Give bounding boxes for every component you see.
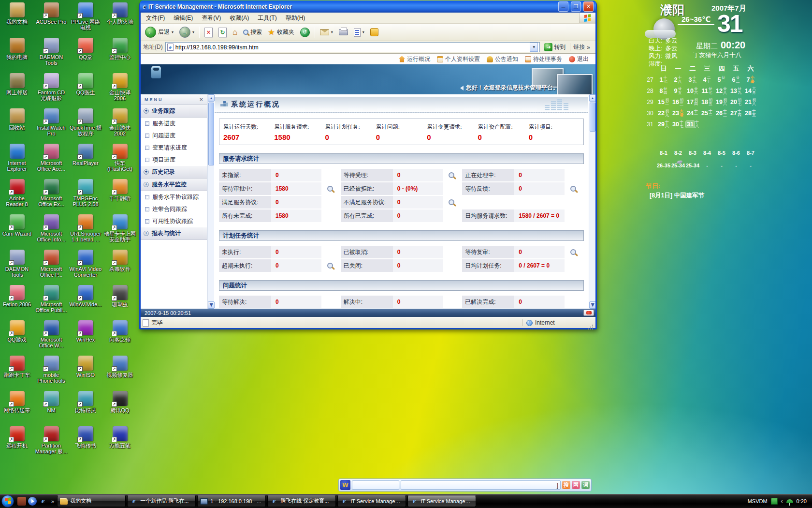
address-dropdown-button[interactable]: ▼ — [530, 43, 538, 52]
taskbar-task[interactable]: 1 - 192.168.0.198 - ... — [197, 495, 266, 507]
page-scrollbar[interactable]: ▲ ▼ — [589, 94, 595, 309]
go-button[interactable]: ➜ 转到 — [542, 43, 567, 51]
mail-button[interactable]: ▾ — [318, 25, 335, 40]
magnifier-icon[interactable] — [327, 263, 333, 269]
menu-1[interactable]: 编辑(E) — [169, 13, 197, 24]
desktop-icon[interactable]: ↗Microsoft Office W... — [34, 319, 68, 355]
mail-caret-icon[interactable]: ▾ — [331, 30, 333, 34]
menu-item[interactable]: 可用性协议跟踪 — [141, 215, 207, 227]
calendar-day[interactable]: 27十四 — [729, 109, 743, 117]
desktop-icon[interactable]: ↗ACDSee Pro — [34, 1, 68, 37]
desktop-icon[interactable]: ↗杀毒软件 — [103, 249, 137, 284]
desktop-icon[interactable]: ↗金山快译 2006 — [103, 72, 137, 107]
desktop-icon[interactable]: ↗腾讯QQ — [103, 390, 137, 425]
topnav-item[interactable]: 待处理事务 — [525, 55, 562, 63]
calendar-day[interactable]: 16初三 — [671, 98, 685, 106]
menu-close-icon[interactable]: × — [199, 96, 203, 103]
menu-scrollbar[interactable]: ▲ ▼ — [207, 94, 214, 309]
msvdm-label[interactable]: MSVDM — [748, 498, 768, 504]
taskbar-task[interactable]: eIT Service Manageme... — [337, 495, 406, 507]
taskbar-task[interactable]: eIT Service Manageme... — [407, 495, 476, 507]
topnav-item[interactable]: 个人资料设置 — [437, 55, 480, 63]
calendar-day[interactable]: 21初八 — [743, 98, 758, 106]
desktop-icon[interactable]: ↗WinAVI Video Converter — [69, 249, 102, 284]
forward-caret-icon[interactable]: ▾ — [192, 30, 194, 34]
topnav-item[interactable]: 运行概况 — [399, 55, 430, 63]
desktop-icon[interactable]: ↗InstallWatch Pro — [34, 107, 68, 143]
desktop-icon[interactable]: ↗Fantom CD 光碟魅影 — [34, 72, 68, 107]
maximize-button[interactable]: ❐ — [571, 1, 581, 12]
calendar-day[interactable]: 11廿七 — [700, 87, 714, 95]
status-button[interactable] — [583, 310, 594, 316]
calendar-day[interactable]: 29十六 — [656, 120, 671, 128]
history-button[interactable]: ↺ — [298, 25, 312, 40]
calendar-day[interactable]: 12廿八 — [714, 87, 729, 95]
calendar-day[interactable]: 31十八 — [685, 120, 700, 128]
desktop-icon[interactable]: ↗QQ医生 — [69, 72, 102, 107]
desktop-icon[interactable]: Internet Explorer — [0, 143, 34, 178]
desktop-icon[interactable]: ↗Partition Manager 服... — [34, 425, 68, 461]
menu-0[interactable]: 文件(F) — [142, 13, 169, 24]
desktop-icon[interactable]: ↗Microsoft Office Info... — [34, 213, 68, 249]
calendar-day[interactable]: 18初五 — [700, 98, 714, 106]
calendar-day[interactable]: 14六月 — [743, 87, 758, 95]
desktop-icon[interactable]: ↗QuickTime 播放程序 — [69, 107, 102, 143]
ime-button-搜[interactable]: 搜 — [562, 481, 570, 489]
calendar-day[interactable]: 22初九 — [656, 109, 671, 117]
print-button[interactable] — [336, 25, 350, 40]
menu-group-header[interactable]: +业务跟踪 — [141, 105, 207, 118]
forward-button[interactable]: → ▾ — [177, 25, 197, 40]
desktop-icon[interactable]: ↗DAEMON Tools — [0, 249, 34, 284]
desktop-icon[interactable]: ↗视频修复器 — [103, 355, 137, 390]
window-titlebar[interactable]: e IT Service Management - Microsoft Inte… — [140, 0, 596, 13]
start-button[interactable] — [1, 495, 14, 508]
calendar-day[interactable]: 28十五 — [743, 109, 758, 117]
ime-bar[interactable]: W ] 搜网词 — [338, 478, 592, 492]
calendar-day[interactable]: 10廿六 — [685, 87, 700, 95]
messenger-button[interactable] — [368, 25, 381, 40]
calendar-day[interactable]: 1十七 — [656, 76, 671, 84]
menu-5[interactable]: 帮助(H) — [281, 13, 310, 24]
close-button[interactable]: ✕ — [583, 1, 594, 12]
desktop-icon[interactable]: ↗DAEMON Tools — [34, 37, 68, 72]
scroll-down-icon[interactable]: ▼ — [589, 301, 595, 309]
menu-group-header[interactable]: +历史记录 — [141, 166, 207, 179]
desktop-icon[interactable]: 我的电脑 — [0, 37, 34, 72]
desktop-icon[interactable]: ↗mobile PhoneTools — [34, 355, 68, 390]
topnav-item[interactable]: 公告通知 — [487, 55, 518, 63]
calendar-day[interactable]: 5廿一 — [714, 76, 729, 84]
wubi-ime-icon[interactable]: W — [340, 480, 350, 490]
minimize-button[interactable]: ─ — [558, 1, 568, 12]
menu-item[interactable]: 问题进度 — [141, 130, 207, 142]
desktop-icon[interactable]: ↗TMPGEnc PLUS 2.58 — [69, 178, 102, 213]
calendar-day[interactable]: 25十二 — [700, 109, 714, 117]
calendar-day[interactable]: 15初二 — [656, 98, 671, 106]
calendar-day[interactable]: 2十八 — [671, 76, 685, 84]
menu-4[interactable]: 工具(T) — [253, 13, 281, 24]
desktop-icon[interactable]: ↗个人防火墙 — [103, 1, 137, 37]
quicklaunch-chevron-icon[interactable]: » — [51, 498, 54, 504]
magnifier-icon[interactable] — [449, 172, 454, 178]
menu-item[interactable]: 服务进度 — [141, 118, 207, 130]
desktop-icon[interactable]: ↗远程开机 — [0, 425, 34, 461]
desktop-icon[interactable]: ↗监控中心 — [103, 37, 137, 72]
desktop-icon[interactable]: 回收站 — [0, 107, 34, 143]
desktop-icon[interactable]: ↗Microsoft Office Acc... — [34, 143, 68, 178]
calendar-day[interactable]: 30十七 — [671, 120, 685, 128]
desktop-icon[interactable]: ↗URLSnooper 1.1 beta1 ... — [69, 213, 102, 249]
magnifier-icon[interactable] — [570, 186, 576, 192]
back-caret-icon[interactable]: ▾ — [172, 30, 174, 34]
menu-item[interactable]: 服务水平协议跟踪 — [141, 191, 207, 203]
magnifier-icon[interactable] — [327, 186, 333, 192]
desktop-icon[interactable]: ↗比特精灵 — [69, 390, 102, 425]
calendar-day[interactable]: 6廿二 — [729, 76, 743, 84]
desktop-icon[interactable]: ↗NM — [34, 390, 68, 425]
desktop-icon[interactable]: ↗珊瑚虫 — [103, 284, 137, 319]
home-button[interactable]: ⌂ — [230, 25, 240, 40]
desktop-icon[interactable]: ↗RealPlayer — [69, 143, 102, 178]
tray-chevron-icon[interactable]: ‹ — [781, 498, 783, 505]
calendar-day[interactable]: 26十三 — [714, 109, 729, 117]
ime-button-网[interactable]: 网 — [572, 481, 580, 489]
calendar-day[interactable]: 8廿四 — [656, 87, 671, 95]
desktop-icon[interactable]: ↗Microsoft Office Publi... — [34, 284, 68, 319]
